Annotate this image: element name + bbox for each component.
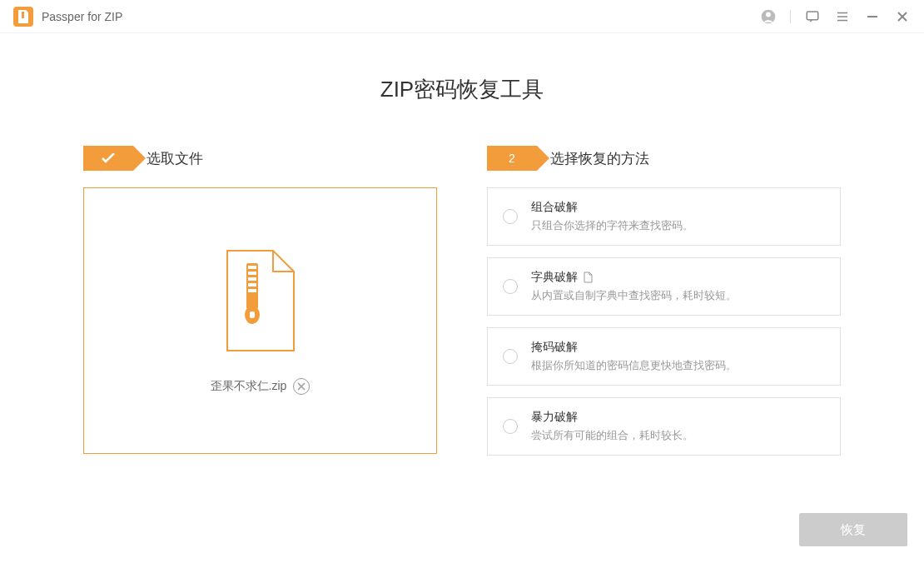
main-area: 选取文件 bbox=[83, 146, 841, 456]
svg-rect-13 bbox=[248, 277, 256, 281]
app-logo bbox=[13, 7, 33, 27]
step2-header: 2 选择恢复的方法 bbox=[487, 146, 841, 171]
method-title: 掩码破解 bbox=[531, 340, 825, 355]
step1-title: 选取文件 bbox=[147, 149, 203, 168]
svg-rect-17 bbox=[250, 311, 255, 318]
method-desc: 只组合你选择的字符来查找密码。 bbox=[531, 218, 825, 233]
svg-point-2 bbox=[766, 12, 771, 17]
step1-badge bbox=[83, 146, 133, 171]
minimize-icon[interactable] bbox=[864, 8, 881, 25]
titlebar: Passper for ZIP bbox=[0, 0, 924, 33]
svg-rect-15 bbox=[248, 289, 256, 292]
radio-icon bbox=[503, 209, 518, 224]
method-desc: 根据你所知道的密码信息更快地查找密码。 bbox=[531, 358, 825, 373]
remove-file-icon[interactable] bbox=[293, 378, 310, 395]
step1-column: 选取文件 bbox=[83, 146, 437, 456]
zip-logo-icon bbox=[17, 10, 29, 23]
method-title: 字典破解 bbox=[531, 270, 825, 285]
method-text: 字典破解 从内置或自制字典中查找密码，耗时较短。 bbox=[531, 270, 825, 303]
separator bbox=[790, 10, 791, 23]
titlebar-controls bbox=[760, 8, 911, 25]
svg-rect-0 bbox=[22, 12, 24, 18]
feedback-icon[interactable] bbox=[804, 8, 821, 25]
method-title-text: 字典破解 bbox=[531, 270, 578, 285]
method-mask[interactable]: 掩码破解 根据你所知道的密码信息更快地查找密码。 bbox=[487, 327, 841, 386]
radio-icon bbox=[503, 419, 518, 434]
close-icon[interactable] bbox=[894, 8, 911, 25]
step2-column: 2 选择恢复的方法 组合破解 只组合你选择的字符来查找密码。 字典破解 bbox=[487, 146, 841, 456]
file-name-row: 歪果不求仁.zip bbox=[211, 378, 310, 395]
file-dropzone[interactable]: 歪果不求仁.zip bbox=[83, 187, 437, 454]
menu-icon[interactable] bbox=[834, 8, 851, 25]
svg-rect-11 bbox=[248, 266, 256, 269]
radio-icon bbox=[503, 279, 518, 294]
footer: 恢复 bbox=[799, 513, 907, 546]
radio-icon bbox=[503, 349, 518, 364]
step2-title: 选择恢复的方法 bbox=[550, 149, 649, 168]
check-icon bbox=[102, 153, 115, 163]
recover-button[interactable]: 恢复 bbox=[799, 513, 907, 546]
method-text: 掩码破解 根据你所知道的密码信息更快地查找密码。 bbox=[531, 340, 825, 373]
app-title: Passper for ZIP bbox=[42, 10, 760, 23]
step1-header: 选取文件 bbox=[83, 146, 437, 171]
method-desc: 尝试所有可能的组合，耗时较长。 bbox=[531, 428, 825, 443]
method-title: 组合破解 bbox=[531, 200, 825, 215]
svg-rect-12 bbox=[248, 272, 256, 275]
page-title: ZIP密码恢复工具 bbox=[83, 75, 841, 104]
method-text: 组合破解 只组合你选择的字符来查找密码。 bbox=[531, 200, 825, 233]
method-bruteforce[interactable]: 暴力破解 尝试所有可能的组合，耗时较长。 bbox=[487, 397, 841, 456]
method-list: 组合破解 只组合你选择的字符来查找密码。 字典破解 从内置或自制字典中查找密 bbox=[487, 187, 841, 456]
method-dictionary[interactable]: 字典破解 从内置或自制字典中查找密码，耗时较短。 bbox=[487, 257, 841, 316]
method-text: 暴力破解 尝试所有可能的组合，耗时较长。 bbox=[531, 410, 825, 443]
user-icon[interactable] bbox=[760, 8, 777, 25]
step2-badge: 2 bbox=[487, 146, 537, 171]
method-desc: 从内置或自制字典中查找密码，耗时较短。 bbox=[531, 288, 825, 303]
content: ZIP密码恢复工具 选取文件 bbox=[0, 33, 924, 456]
svg-rect-14 bbox=[248, 283, 256, 286]
method-combination[interactable]: 组合破解 只组合你选择的字符来查找密码。 bbox=[487, 187, 841, 246]
zip-file-icon bbox=[223, 247, 298, 358]
document-icon bbox=[583, 272, 593, 283]
svg-rect-3 bbox=[807, 12, 818, 20]
method-title: 暴力破解 bbox=[531, 410, 825, 425]
file-name: 歪果不求仁.zip bbox=[211, 379, 287, 394]
